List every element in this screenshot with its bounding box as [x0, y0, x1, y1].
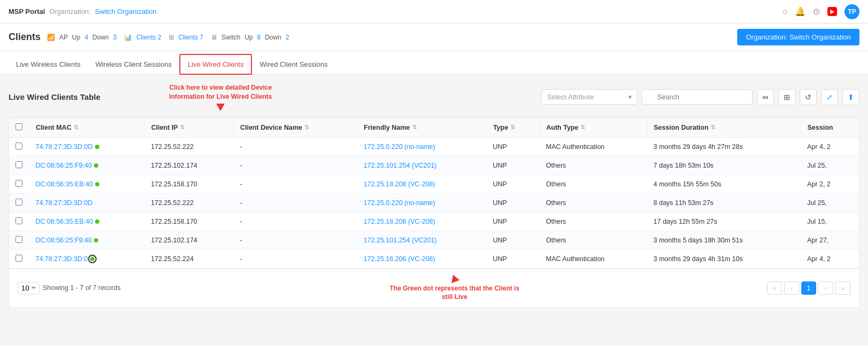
data-table-wrapper: Client MAC ⇅ Client IP ⇅ [9, 117, 859, 308]
ap-up-count[interactable]: 4 [84, 34, 88, 41]
next-page-btn[interactable]: › [818, 281, 833, 295]
row-4-checkbox-cell [9, 212, 29, 231]
row-6-auth-type: MAC Authentication [540, 249, 647, 268]
tab-live-wireless[interactable]: Live Wireless Clients [9, 55, 88, 75]
refresh-btn[interactable]: ↺ [800, 89, 817, 105]
data-table: Client MAC ⇅ Client IP ⇅ [9, 118, 859, 269]
search-icon[interactable]: ○ [782, 7, 787, 17]
row-1-live-dot [94, 163, 98, 168]
pagination-buttons: « ‹ 1 › » [767, 281, 850, 295]
youtube-icon[interactable]: ▶ [827, 7, 837, 16]
ap-down-count[interactable]: 3 [113, 34, 117, 41]
row-0-type: UNP [486, 137, 540, 156]
row-5-ip: 172.25.102.174 [145, 231, 234, 249]
row-1-checkbox[interactable] [15, 161, 22, 168]
server-icon: 🖥 [211, 34, 217, 41]
brand-label: MSP Portal [9, 7, 45, 15]
row-3-mac-link[interactable]: 74:78:27:3D:3D:0D [36, 199, 93, 207]
columns-btn[interactable]: ⊞ [778, 89, 795, 105]
row-0-friendly-link[interactable]: 172.25.0.220 (no-name) [364, 143, 435, 151]
down-label: Down [92, 34, 109, 41]
select-attr-wrapper: Select Attribute [541, 89, 637, 105]
sort-auth-type-icon[interactable]: ⇅ [580, 124, 585, 131]
col-mac-label: Client MAC [36, 124, 72, 131]
row-2-ip: 172.25.158.170 [145, 175, 234, 193]
row-5-checkbox[interactable] [15, 236, 22, 243]
top-nav-right: ○ 🔔 ⊙ ▶ TP [782, 4, 859, 19]
sort-mac-icon[interactable]: ⇅ [74, 124, 78, 131]
row-2-friendly-link[interactable]: 172.25.18.208 (VC-208) [364, 180, 435, 188]
switch-clients-link[interactable]: Clients 7 [178, 34, 203, 41]
sort-device-name-icon[interactable]: ⇅ [304, 124, 309, 131]
row-6-friendly-link[interactable]: 172.25.16.206 (VC-206) [364, 255, 435, 263]
row-1-session-duration: 7 days 18h 53m 10s [647, 156, 801, 175]
bell-icon[interactable]: 🔔 [795, 6, 806, 17]
table-row: 74:78:27:3D:3D:0172.25.52.224-172.25.16.… [9, 249, 859, 268]
sort-ip-icon[interactable]: ⇅ [180, 124, 185, 131]
page-wrapper: MSP Portal Organization: Switch Organiza… [0, 0, 868, 346]
row-2-checkbox[interactable] [15, 180, 22, 187]
col-ip-label: Client IP [151, 124, 178, 131]
row-6-ip: 172.25.52.224 [145, 249, 234, 268]
expand-icon-btn[interactable]: ⇔ [757, 89, 774, 105]
clients-header: Clients 📶 AP Up 4 Down 3 📊 Clients 2 ⊞ C… [0, 23, 868, 51]
tab-wireless-sessions[interactable]: Wireless Client Sessions [88, 55, 179, 75]
wireless-clients-link[interactable]: Clients 2 [136, 34, 161, 41]
switch-label: Switch [222, 34, 240, 41]
prev-page-btn[interactable]: ‹ [784, 281, 799, 295]
row-2-mac-link[interactable]: DC:08:56:35:EB:40 [36, 180, 93, 188]
tab-wired-sessions[interactable]: Wired Client Sessions [252, 55, 335, 75]
row-0-device-name: - [233, 137, 357, 156]
col-header-device-name: Client Device Name ⇅ [233, 118, 357, 138]
sort-session-dur-icon[interactable]: ⇅ [711, 124, 715, 131]
row-6-session: Apr 4, 2 [801, 249, 859, 268]
row-0-session: Apr 4, 2 [801, 137, 859, 156]
table-row: DC:08:56:35:EB:40172.25.158.170-172.25.1… [9, 212, 859, 231]
row-1-friendly-link[interactable]: 172.25.101.254 (VC201) [364, 162, 437, 169]
org-link[interactable]: Switch Organization [95, 7, 157, 15]
switch-down-label: Down [265, 34, 281, 41]
row-4-mac-link[interactable]: DC:08:56:35:EB:40 [36, 218, 93, 225]
tab-live-wired[interactable]: Live Wired Clients [179, 54, 252, 75]
avatar[interactable]: TP [845, 4, 859, 19]
sort-type-icon[interactable]: ⇅ [510, 124, 515, 131]
upload-btn[interactable]: ⬆ [842, 89, 859, 105]
row-0-auth-type: MAC Authentication [540, 137, 647, 156]
table-row: DC:08:56:25:F9:40172.25.102.174-172.25.1… [9, 156, 859, 175]
first-page-btn[interactable]: « [767, 281, 782, 295]
row-4-friendly-link[interactable]: 172.25.18.208 (VC-208) [364, 218, 435, 225]
org-switch-button[interactable]: Organization: Switch Organization [737, 29, 859, 45]
search-input[interactable] [642, 89, 753, 105]
help-icon[interactable]: ⊙ [813, 6, 820, 17]
fullscreen-btn[interactable]: ⤢ [821, 89, 838, 105]
row-6-checkbox[interactable] [15, 255, 22, 262]
select-attribute[interactable]: Select Attribute [541, 89, 637, 105]
row-0-checkbox-cell [9, 137, 29, 156]
row-5-session: Apr 27, [801, 231, 859, 249]
row-6-mac-link[interactable]: 74:78:27:3D:3D:0 [36, 255, 88, 263]
switch-down-count[interactable]: 2 [286, 34, 289, 41]
row-1-mac-link[interactable]: DC:08:56:25:F9:40 [36, 162, 92, 169]
page-1-btn[interactable]: 1 [801, 281, 816, 295]
row-3-friendly-link[interactable]: 172.25.0.220 (no-name) [364, 199, 435, 207]
switch-icon: ⊞ [169, 34, 174, 41]
sort-friendly-icon[interactable]: ⇅ [412, 124, 417, 131]
col-header-session-duration: Session Duration ⇅ [647, 118, 801, 138]
row-5-friendly-link[interactable]: 172.25.101.254 (VC201) [364, 237, 437, 244]
row-3-device-name: - [233, 193, 357, 212]
row-4-live-dot [95, 219, 99, 224]
col-header-mac: Client MAC ⇅ [29, 118, 145, 138]
row-0-mac-link[interactable]: 74:78:27:3D:3D:0D [36, 143, 93, 151]
row-4-session: Jul 15, [801, 212, 859, 231]
per-page-select[interactable]: 10 25 50 [18, 282, 40, 294]
clients-stats: 📶 AP Up 4 Down 3 📊 Clients 2 ⊞ Clients 7… [47, 34, 289, 41]
row-3-checkbox[interactable] [15, 199, 22, 206]
last-page-btn[interactable]: » [835, 281, 850, 295]
row-5-mac-link[interactable]: DC:08:56:25:F9:40 [36, 237, 92, 244]
select-all-checkbox[interactable] [15, 123, 22, 130]
switch-up-count[interactable]: 8 [257, 34, 261, 41]
row-4-ip: 172.25.158.170 [145, 212, 234, 231]
row-0-checkbox[interactable] [15, 143, 22, 150]
bar-icon: 📊 [124, 34, 132, 41]
row-4-checkbox[interactable] [15, 217, 22, 224]
